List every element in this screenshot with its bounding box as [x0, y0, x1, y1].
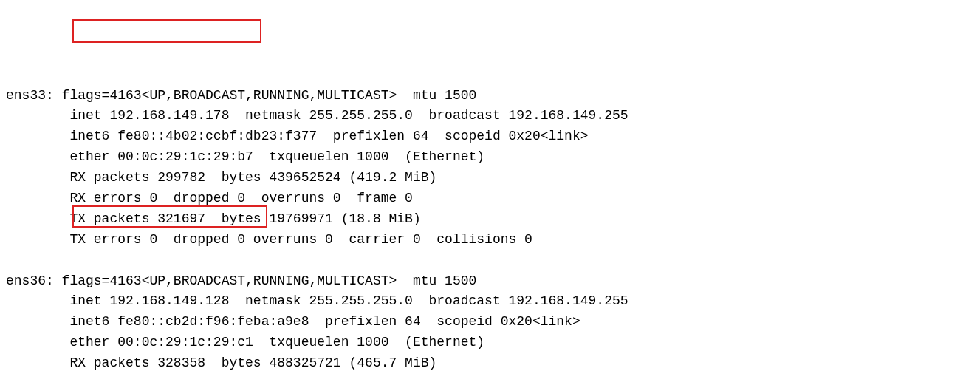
- highlight-box-1: [72, 19, 261, 43]
- terminal-output: ens33: flags=4163<UP,BROADCAST,RUNNING,M…: [6, 86, 974, 371]
